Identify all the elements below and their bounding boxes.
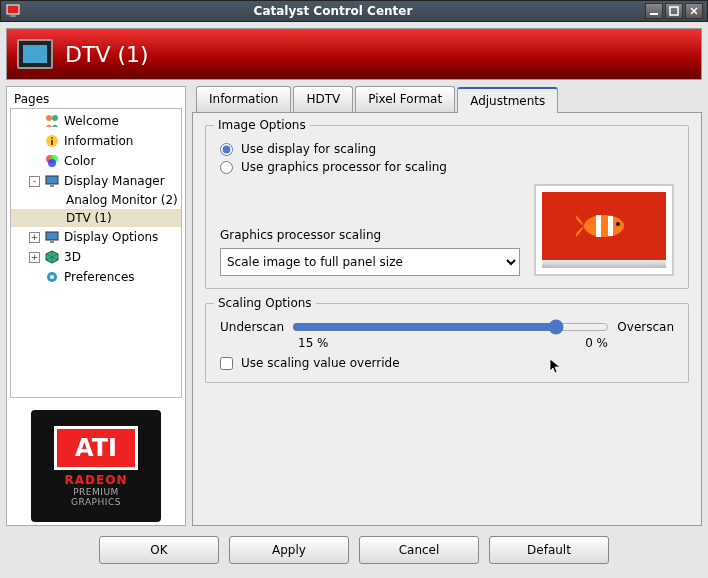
people-icon	[44, 113, 60, 129]
svg-rect-14	[46, 232, 58, 240]
monitor-icon	[44, 173, 60, 189]
svg-rect-13	[50, 185, 54, 187]
close-button[interactable]	[685, 3, 703, 19]
override-checkbox[interactable]	[220, 357, 233, 370]
svg-rect-1	[10, 15, 16, 17]
image-options-group: Image Options Use display for scaling Us…	[205, 125, 689, 289]
svg-rect-20	[608, 216, 613, 236]
ati-graphics-text: GRAPHICS	[71, 497, 121, 507]
tree-expander	[29, 116, 40, 127]
apply-button[interactable]: Apply	[229, 536, 349, 564]
image-options-legend: Image Options	[214, 118, 310, 132]
radio-display-scaling-label: Use display for scaling	[241, 142, 376, 156]
scaling-options-legend: Scaling Options	[214, 296, 316, 310]
tree-expander[interactable]: +	[29, 252, 40, 263]
main-panel: InformationHDTVPixel FormatAdjustments I…	[192, 86, 702, 526]
dialog-buttons: OK Apply Cancel Default	[0, 526, 708, 574]
tree-item-label: Information	[64, 134, 133, 148]
radio-gpu-scaling[interactable]: Use graphics processor for scaling	[220, 160, 674, 174]
radio-display-scaling[interactable]: Use display for scaling	[220, 142, 674, 156]
svg-rect-2	[650, 13, 658, 15]
preview-stand	[542, 260, 666, 268]
app-icon	[5, 3, 21, 19]
tree-item-label: DTV (1)	[66, 211, 112, 225]
override-label: Use scaling value override	[241, 356, 400, 370]
tree-item-information[interactable]: Information	[11, 131, 181, 151]
pages-tree[interactable]: WelcomeInformationColor-Display ManagerA…	[10, 108, 182, 398]
tree-item-label: Color	[64, 154, 95, 168]
sidebar: Pages WelcomeInformationColor-Display Ma…	[6, 86, 186, 526]
svg-point-21	[616, 222, 620, 226]
underscan-label: Underscan	[220, 320, 284, 334]
tab-adjustments[interactable]: Adjustments	[457, 87, 558, 113]
tab-information[interactable]: Information	[196, 86, 291, 112]
banner-monitor-icon	[17, 39, 53, 69]
scaling-slider[interactable]	[292, 318, 609, 336]
tree-item-welcome[interactable]: Welcome	[11, 111, 181, 131]
svg-rect-7	[51, 140, 53, 145]
tick-left: 15 %	[298, 336, 329, 350]
tree-item-color[interactable]: Color	[11, 151, 181, 171]
tree-item-display-manager[interactable]: -Display Manager	[11, 171, 181, 191]
tree-item-label: Analog Monitor (2)	[66, 193, 178, 207]
tree-expander[interactable]: +	[29, 232, 40, 243]
radio-gpu-scaling-input[interactable]	[220, 161, 233, 174]
tree-expander	[29, 136, 40, 147]
clownfish-icon	[574, 207, 634, 245]
tree-expander	[51, 213, 62, 224]
svg-point-11	[48, 159, 56, 167]
svg-rect-3	[670, 7, 678, 15]
ati-badge: ATI RADEON PREMIUM GRAPHICS	[31, 410, 161, 522]
tree-item-display-options[interactable]: +Display Options	[11, 227, 181, 247]
tree-item-3d[interactable]: +3D	[11, 247, 181, 267]
svg-rect-12	[46, 176, 58, 184]
override-checkbox-row[interactable]: Use scaling value override	[220, 356, 674, 370]
sidebar-label: Pages	[10, 90, 182, 108]
tree-item-dtv-1-[interactable]: DTV (1)	[11, 209, 181, 227]
page-banner: DTV (1)	[6, 28, 702, 80]
ok-button[interactable]: OK	[99, 536, 219, 564]
tick-right: 0 %	[585, 336, 608, 350]
tree-expander[interactable]: -	[29, 176, 40, 187]
ati-premium-text: PREMIUM	[73, 487, 119, 497]
monitor-icon	[44, 229, 60, 245]
tab-hdtv[interactable]: HDTV	[293, 86, 353, 112]
tree-item-label: Preferences	[64, 270, 135, 284]
ati-radeon-text: RADEON	[65, 473, 128, 487]
tree-item-label: Welcome	[64, 114, 119, 128]
tree-expander	[29, 156, 40, 167]
svg-point-8	[51, 137, 53, 139]
tree-item-analog-monitor-2-[interactable]: Analog Monitor (2)	[11, 191, 181, 209]
tree-expander	[51, 195, 62, 206]
gear-icon	[44, 269, 60, 285]
svg-point-5	[52, 115, 58, 121]
color-icon	[44, 153, 60, 169]
maximize-button[interactable]	[665, 3, 683, 19]
titlebar: Catalyst Control Center	[0, 0, 708, 22]
svg-rect-15	[50, 241, 54, 243]
cancel-button[interactable]: Cancel	[359, 536, 479, 564]
tree-item-label: Display Options	[64, 230, 158, 244]
ati-logo-box: ATI	[54, 426, 138, 470]
tab-content: Image Options Use display for scaling Us…	[192, 112, 702, 526]
3d-icon	[44, 249, 60, 265]
tree-item-label: 3D	[64, 250, 81, 264]
info-icon	[44, 133, 60, 149]
gpu-scaling-label: Graphics processor scaling	[220, 228, 520, 242]
window-title: Catalyst Control Center	[25, 4, 641, 18]
minimize-button[interactable]	[645, 3, 663, 19]
tab-pixel-format[interactable]: Pixel Format	[355, 86, 455, 112]
tab-bar: InformationHDTVPixel FormatAdjustments	[196, 86, 702, 112]
preview-screen	[542, 192, 666, 260]
default-button[interactable]: Default	[489, 536, 609, 564]
tree-item-label: Display Manager	[64, 174, 165, 188]
radio-display-scaling-input[interactable]	[220, 143, 233, 156]
display-preview	[534, 184, 674, 276]
svg-point-4	[46, 115, 52, 121]
scale-mode-select[interactable]: Scale image to full panel size	[220, 248, 520, 276]
overscan-label: Overscan	[617, 320, 674, 334]
tree-item-preferences[interactable]: Preferences	[11, 267, 181, 287]
page-title: DTV (1)	[65, 42, 149, 67]
scaling-options-group: Scaling Options Underscan Overscan 15 % …	[205, 303, 689, 383]
svg-rect-0	[7, 5, 19, 14]
